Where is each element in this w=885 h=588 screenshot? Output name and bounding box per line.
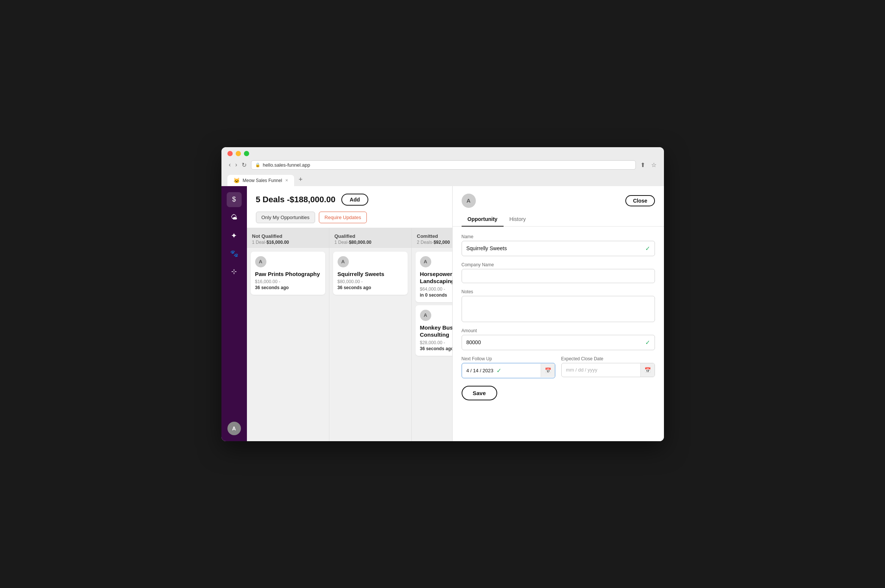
column-title-qualified: Qualified <box>335 233 406 239</box>
column-title-committed: Comitted <box>417 233 452 239</box>
lock-icon: 🔒 <box>255 162 260 167</box>
sidebar: $ 🌤 ✦ 🐾 ⊹ A <box>221 186 247 441</box>
name-check-icon: ✓ <box>645 245 650 252</box>
amount-label: Amount <box>461 328 655 333</box>
close-date-calendar-button[interactable]: 📅 <box>640 363 655 377</box>
share-button[interactable]: ⬆ <box>639 160 647 170</box>
card-name-horsepower: Horsepower Landscaping <box>420 270 452 285</box>
kanban-board: Not Qualified 1 Deal-$16,000.00 A Paw Pr… <box>247 228 452 441</box>
save-button[interactable]: Save <box>461 386 497 400</box>
card-amount-squirrelly: $80,000.00 - <box>338 279 403 284</box>
add-button[interactable]: Add <box>341 194 368 206</box>
weather-icon: 🌤 <box>231 213 237 221</box>
tab-opportunity[interactable]: Opportunity <box>461 212 503 226</box>
card-name-paw-prints: Paw Prints Photography <box>255 270 321 278</box>
card-amount-horsepower: $64,000.00 - <box>420 286 452 292</box>
followup-calendar-button[interactable]: 📅 <box>541 364 555 377</box>
deal-card-monkey[interactable]: A Monkey Business Consulting $28,000.00 … <box>416 305 452 356</box>
deal-card-horsepower[interactable]: A Horsepower Landscaping $64,000.00 - in… <box>416 252 452 302</box>
new-tab-button[interactable]: + <box>294 173 307 186</box>
back-button[interactable]: ‹ <box>227 160 232 170</box>
card-time-monkey: 36 seconds ago <box>420 346 452 351</box>
company-input[interactable] <box>461 269 655 283</box>
amount-value: 80000 <box>466 339 481 345</box>
column-body-not-qualified: A Paw Prints Photography $16,000.00 - 36… <box>247 248 329 441</box>
company-label: Company Name <box>461 262 655 267</box>
detail-avatar: A <box>461 194 476 208</box>
detail-panel: A Close Opportunity History Name Squirre… <box>452 186 664 441</box>
card-amount-monkey: $28,000.00 - <box>420 340 452 345</box>
paw-icon: 🐾 <box>230 249 238 258</box>
sidebar-item-paw[interactable]: 🐾 <box>227 246 242 261</box>
deals-title: 5 Deals -$188,000.00 <box>256 195 336 204</box>
form-group-close-date: Expected Close Date mm / dd / yyyy 📅 <box>561 356 655 378</box>
traffic-light-red[interactable] <box>227 151 233 156</box>
close-date-input[interactable]: mm / dd / yyyy 📅 <box>561 363 655 377</box>
card-name-monkey: Monkey Business Consulting <box>420 324 452 339</box>
form-group-followup: Next Follow Up 4 / 14 / 2023 ✓ 📅 <box>461 356 555 378</box>
sparkles-icon: ✦ <box>231 231 237 240</box>
column-header-committed: Comitted 2 Deals-$92,000 <box>412 228 452 248</box>
bookmark-button[interactable]: ☆ <box>650 160 658 170</box>
column-not-qualified: Not Qualified 1 Deal-$16,000.00 A Paw Pr… <box>247 228 329 441</box>
column-header-not-qualified: Not Qualified 1 Deal-$16,000.00 <box>247 228 329 248</box>
notes-label: Notes <box>461 289 655 294</box>
require-updates-button[interactable]: Require Updates <box>319 212 367 223</box>
card-avatar-monkey: A <box>420 310 431 321</box>
card-avatar-squirrelly: A <box>338 256 349 267</box>
card-time-squirrelly: 36 seconds ago <box>338 285 403 290</box>
traffic-light-green[interactable] <box>244 151 249 156</box>
only-my-opportunities-button[interactable]: Only My Opportunities <box>256 212 316 223</box>
filter-row: Only My Opportunities Require Updates <box>256 212 443 228</box>
name-value: Squirrelly Sweets <box>466 245 507 251</box>
dollar-icon: $ <box>232 195 236 203</box>
url-text: hello.sales-funnel.app <box>263 162 310 168</box>
name-label: Name <box>461 234 655 239</box>
followup-date-value: 4 / 14 / 2023 ✓ <box>462 363 541 378</box>
active-tab[interactable]: 🐱 Meow Sales Funnel ✕ <box>227 175 294 186</box>
card-avatar-horsepower: A <box>420 256 431 267</box>
notes-input[interactable] <box>461 296 655 322</box>
amount-check-icon: ✓ <box>645 339 650 346</box>
form-group-company: Company Name <box>461 262 655 283</box>
reload-button[interactable]: ↻ <box>240 160 248 170</box>
forward-button[interactable]: › <box>234 160 239 170</box>
traffic-light-yellow[interactable] <box>236 151 241 156</box>
followup-check-icon: ✓ <box>496 367 501 374</box>
column-subtitle-qualified: 1 Deal-$80,000.00 <box>335 240 406 245</box>
card-time-paw-prints: 36 seconds ago <box>255 285 321 290</box>
followup-date-input[interactable]: 4 / 14 / 2023 ✓ 📅 <box>461 363 555 378</box>
card-name-squirrelly: Squirrelly Sweets <box>338 270 403 278</box>
detail-tabs: Opportunity History <box>452 212 664 226</box>
deals-header: 5 Deals -$188,000.00 Add Only My Opportu… <box>247 186 452 228</box>
form-group-amount: Amount 80000 ✓ <box>461 328 655 350</box>
card-amount-paw-prints: $16,000.00 - <box>255 279 321 284</box>
name-input[interactable]: Squirrelly Sweets ✓ <box>461 241 655 256</box>
sidebar-user-avatar[interactable]: A <box>227 422 241 435</box>
date-row: Next Follow Up 4 / 14 / 2023 ✓ 📅 Expecte… <box>461 356 655 378</box>
column-committed: Comitted 2 Deals-$92,000 A Horsepower La… <box>412 228 452 441</box>
detail-form: Name Squirrelly Sweets ✓ Company Name No… <box>452 226 664 408</box>
followup-label: Next Follow Up <box>461 356 555 362</box>
column-subtitle-committed: 2 Deals-$92,000 <box>417 240 452 245</box>
deal-card-squirrelly[interactable]: A Squirrelly Sweets $80,000.00 - 36 seco… <box>333 252 408 295</box>
tab-title: Meow Sales Funnel <box>243 178 282 183</box>
column-header-qualified: Qualified 1 Deal-$80,000.00 <box>329 228 412 248</box>
amount-input[interactable]: 80000 ✓ <box>461 335 655 350</box>
form-group-notes: Notes <box>461 289 655 322</box>
sidebar-item-weather[interactable]: 🌤 <box>227 210 242 225</box>
main-content: 5 Deals -$188,000.00 Add Only My Opportu… <box>247 186 452 441</box>
tab-favicon: 🐱 <box>233 177 240 183</box>
column-body-committed: A Horsepower Landscaping $64,000.00 - in… <box>412 248 452 441</box>
sidebar-item-sparkles[interactable]: ✦ <box>227 228 242 243</box>
column-title-not-qualified: Not Qualified <box>252 233 324 239</box>
sidebar-item-dollar[interactable]: $ <box>227 192 242 207</box>
tab-history[interactable]: History <box>503 212 532 226</box>
deal-card-paw-prints[interactable]: A Paw Prints Photography $16,000.00 - 36… <box>251 252 325 295</box>
column-qualified: Qualified 1 Deal-$80,000.00 A Squirrelly… <box>329 228 412 441</box>
sidebar-item-sliders[interactable]: ⊹ <box>227 264 242 279</box>
tab-close-button[interactable]: ✕ <box>285 178 288 182</box>
address-bar[interactable]: 🔒 hello.sales-funnel.app <box>251 160 636 170</box>
sliders-icon: ⊹ <box>231 267 237 276</box>
close-button[interactable]: Close <box>625 195 655 206</box>
